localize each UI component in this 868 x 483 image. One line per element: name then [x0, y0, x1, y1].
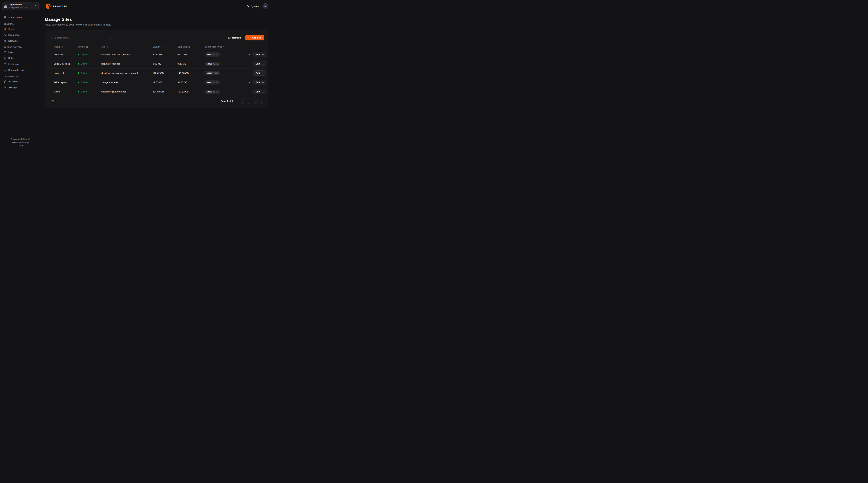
- ellipsis-icon: [247, 72, 250, 74]
- table-toolbar: Refresh Add Site: [49, 35, 264, 40]
- row-actions-cell: Edit: [242, 61, 267, 66]
- topbar: PANGOLIN System M: [41, 0, 272, 12]
- site-name-cell: AWS VPC: [49, 53, 73, 56]
- page-info: Page 1 of 1: [221, 100, 233, 102]
- row-menu-button[interactable]: [247, 90, 251, 94]
- data-out-cell: 141.68 GB: [173, 72, 200, 74]
- sidebar-item-users[interactable]: Users: [2, 50, 38, 55]
- connection-type-cell: Newt v1.3.2: [200, 62, 242, 66]
- search-icon: [51, 36, 54, 39]
- version-label: v1.7.0: [18, 145, 23, 147]
- chevrons-right-icon: [260, 100, 263, 102]
- column-header-name[interactable]: Name: [49, 45, 73, 48]
- online-status-dot: [78, 82, 79, 83]
- chevrons-left-icon: [241, 100, 244, 102]
- gear-icon: [4, 86, 6, 89]
- sort-icon: [188, 45, 190, 48]
- org-switcher-value: milo@fossorial.io's ...: [9, 6, 33, 9]
- arrow-right-icon: [261, 53, 264, 56]
- data-in-cell: 30.12 MB: [148, 53, 173, 56]
- chevron-left-icon: [248, 100, 250, 102]
- data-out-cell: 780.12 GB: [173, 90, 200, 93]
- sidebar-section-general: GENERAL: [4, 23, 37, 25]
- connection-type-badge: Newt v1.3.2: [205, 62, 220, 66]
- brand-name: PANGOLIN: [53, 5, 67, 8]
- users-icon: [4, 57, 6, 60]
- online-status-label: Online: [81, 72, 88, 74]
- building-icon: [4, 5, 7, 8]
- online-status-cell: Online: [73, 72, 97, 74]
- edit-button[interactable]: Edit: [253, 70, 266, 76]
- sidebar-item-domains[interactable]: Domains: [2, 38, 38, 43]
- ellipsis-icon: [247, 81, 250, 84]
- table-row: Edge Device 01 Online fortunate-cape-fox…: [49, 59, 264, 69]
- online-status-cell: Online: [73, 62, 97, 65]
- connection-type-badge: Newt v1.3.2: [205, 71, 220, 75]
- book-open-icon: [27, 141, 29, 143]
- online-status-label: Online: [81, 90, 88, 93]
- row-menu-button[interactable]: [247, 62, 251, 66]
- add-site-button[interactable]: Add Site: [245, 35, 264, 40]
- sidebar-item-label: API Keys: [8, 80, 18, 83]
- arrow-right-icon: [261, 72, 264, 74]
- column-header-data-out[interactable]: Data Out: [173, 45, 200, 48]
- edit-button[interactable]: Edit: [253, 80, 266, 85]
- sidebar-item-resources[interactable]: Resources: [2, 33, 38, 37]
- column-header-connection-type[interactable]: Connection Type: [200, 45, 242, 48]
- edit-button[interactable]: Edit: [253, 89, 266, 94]
- sidebar-item-server-admin[interactable]: Server Admin: [2, 15, 38, 20]
- last-page-button[interactable]: [259, 99, 264, 104]
- sidebar-item-sites[interactable]: Sites: [2, 27, 38, 31]
- arrow-right-icon: [261, 63, 264, 65]
- column-header-data-in[interactable]: Data In: [148, 45, 173, 48]
- row-menu-button[interactable]: [247, 53, 251, 57]
- data-in-cell: 12.65 GB: [148, 81, 173, 84]
- sidebar-item-settings[interactable]: Settings: [2, 85, 38, 90]
- user-icon: [4, 51, 6, 54]
- connection-type-cell: Newt v1.3.2: [200, 90, 242, 94]
- search-box: [49, 35, 111, 40]
- table-row: Jeff's Laptop Online smug-brown-rat 12.6…: [49, 78, 264, 87]
- first-page-button[interactable]: [240, 99, 245, 104]
- sort-icon: [106, 45, 109, 48]
- plus-icon: [248, 36, 250, 39]
- sidebar-item-shareable-links[interactable]: Shareable Links: [2, 68, 38, 72]
- sidebar: Organization milo@fossorial.io's ... Ser…: [0, 0, 41, 149]
- documentation-link[interactable]: Documentation: [12, 141, 28, 143]
- link-icon: [4, 69, 6, 71]
- sidebar-item-label: Domains: [8, 39, 18, 42]
- edit-button[interactable]: Edit: [253, 52, 266, 57]
- row-menu-button[interactable]: [247, 71, 251, 75]
- online-status-dot: [78, 63, 79, 65]
- sidebar-item-invitations[interactable]: Invitations: [2, 62, 38, 66]
- refresh-button[interactable]: Refresh: [226, 35, 243, 40]
- online-status-dot: [78, 54, 79, 55]
- column-header-site[interactable]: Site: [97, 45, 148, 48]
- sidebar-item-api-keys[interactable]: API Keys: [2, 79, 38, 84]
- connection-type-cell: Newt v1.3.2: [200, 80, 242, 85]
- column-header-online[interactable]: Online: [73, 45, 97, 48]
- site-id-cell: welcome-giant-mole-rat: [97, 90, 148, 93]
- sidebar-item-roles[interactable]: Roles: [2, 56, 38, 61]
- search-input[interactable]: [55, 36, 109, 39]
- external-link-icon: [28, 138, 30, 140]
- brand-logo: PANGOLIN: [45, 3, 67, 9]
- community-edition-link[interactable]: Community Edition: [10, 138, 30, 140]
- row-menu-button[interactable]: [247, 80, 251, 85]
- sidebar-item-label: Roles: [8, 57, 14, 60]
- data-out-cell: 34.80 GB: [173, 81, 200, 84]
- org-switcher[interactable]: Organization milo@fossorial.io's ...: [2, 2, 38, 10]
- avatar[interactable]: M: [262, 3, 268, 9]
- waypoints-icon: [4, 34, 6, 36]
- connection-type-badge: Newt v1.3.2: [205, 90, 220, 94]
- sites-card: Refresh Add Site Name: [45, 31, 268, 108]
- next-page-button[interactable]: [253, 99, 258, 104]
- theme-toggle[interactable]: System: [247, 5, 259, 8]
- previous-page-button[interactable]: [247, 99, 251, 104]
- connection-type-badge: Newt v1.3.2: [205, 80, 220, 85]
- page-size-select[interactable]: 20: [49, 98, 60, 104]
- connection-type-cell: Newt v1.3.2: [200, 71, 242, 75]
- edit-button[interactable]: Edit: [253, 61, 266, 66]
- sidebar-item-label: Resources: [8, 34, 20, 36]
- sites-table: Name Online Site Data In: [49, 43, 264, 96]
